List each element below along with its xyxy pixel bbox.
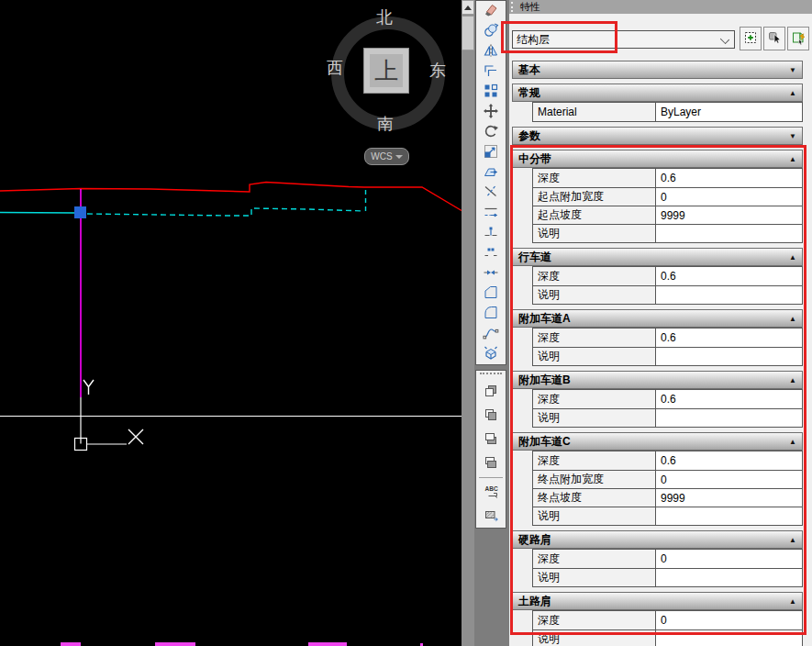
send-under-objects-button[interactable] <box>476 451 506 475</box>
property-value[interactable]: 0 <box>656 611 802 629</box>
section-header[interactable]: 参数▼ <box>512 127 803 145</box>
property-row: 终点坡度9999 <box>533 488 802 507</box>
object-type-combobox[interactable]: 结构层 <box>512 30 735 49</box>
collapse-arrow-icon[interactable]: ▲ <box>789 597 796 606</box>
explode-button[interactable] <box>476 344 506 364</box>
viewcube-top-face[interactable]: 上 <box>363 48 409 94</box>
palette-title: 特性 <box>520 0 540 14</box>
break-at-point-button[interactable] <box>476 223 506 243</box>
viewcube-west-label[interactable]: 西 <box>327 60 343 76</box>
property-label: 终点附加宽度 <box>533 471 656 488</box>
toggle-pickadd-button[interactable] <box>787 27 809 50</box>
bottom-magenta-marks[interactable] <box>61 642 423 646</box>
property-value[interactable]: 0.6 <box>656 169 802 187</box>
extend-button[interactable] <box>476 203 506 223</box>
mirror-button[interactable] <box>476 41 506 61</box>
property-label: 起点坡度 <box>533 206 656 224</box>
scale-button[interactable] <box>476 142 506 162</box>
scroll-up-button[interactable] <box>462 0 474 15</box>
viewcube-east-label[interactable]: 东 <box>429 62 446 79</box>
send-hatch-to-back-button[interactable] <box>476 504 506 528</box>
break-icon <box>483 244 499 263</box>
wcs-button[interactable]: WCS <box>364 148 409 165</box>
property-value[interactable]: ByLayer <box>656 103 802 121</box>
property-label: 说明 <box>533 507 656 525</box>
property-value[interactable]: 0 <box>656 188 802 206</box>
offset-button[interactable] <box>476 61 506 82</box>
scrollbar-thumb[interactable] <box>462 16 474 50</box>
select-objects-button[interactable] <box>763 27 785 50</box>
property-value[interactable]: 0 <box>656 471 802 488</box>
explode-icon <box>483 345 499 364</box>
send-under-objects-icon <box>484 455 498 473</box>
break-button[interactable] <box>476 243 506 263</box>
collapse-arrow-icon[interactable]: ▲ <box>789 438 796 446</box>
ground-line-cyan-dashed[interactable] <box>87 208 364 216</box>
viewcube-south-label[interactable]: 南 <box>377 116 394 132</box>
erase-button[interactable] <box>476 1 506 21</box>
toolbar-grip-handle[interactable] <box>480 373 502 379</box>
collapse-arrow-icon[interactable]: ▲ <box>789 536 796 544</box>
property-value[interactable] <box>656 507 802 525</box>
property-value[interactable] <box>656 630 802 646</box>
bring-to-front-button[interactable] <box>476 380 506 404</box>
palette-grip-handle[interactable] <box>511 2 516 12</box>
rotate-button[interactable] <box>476 122 506 142</box>
section-header[interactable]: 行车道▲ <box>512 248 803 266</box>
send-hatch-to-back-icon <box>484 507 498 525</box>
property-value[interactable]: 0.6 <box>656 390 802 408</box>
bring-above-objects-button[interactable] <box>476 428 506 451</box>
section-rows: MaterialByLayer <box>532 102 803 122</box>
stretch-button[interactable] <box>476 162 506 183</box>
section-header[interactable]: 常规▲ <box>512 84 803 102</box>
ground-line-cyan-solid[interactable] <box>0 213 75 214</box>
bring-text-to-front-button[interactable]: ABC <box>476 480 506 504</box>
property-value[interactable] <box>656 225 802 242</box>
property-value[interactable]: 0.6 <box>656 329 802 347</box>
section-header[interactable]: 基本▼ <box>512 61 803 79</box>
property-value[interactable]: 0 <box>656 550 802 568</box>
property-value[interactable] <box>656 569 802 586</box>
viewcube-north-label[interactable]: 北 <box>376 9 393 26</box>
section-header[interactable]: 附加车道C▲ <box>512 432 803 451</box>
quick-select-button[interactable] <box>740 27 762 50</box>
palette-titlebar[interactable]: 特性 <box>509 0 812 14</box>
join-button[interactable] <box>476 263 506 284</box>
move-button[interactable] <box>476 102 506 122</box>
property-value[interactable]: 9999 <box>656 206 802 224</box>
rotate-icon <box>483 123 499 142</box>
blend-curves-button[interactable] <box>476 324 506 344</box>
canvas-vertical-scrollbar[interactable] <box>462 0 474 646</box>
object-type-value: 结构层 <box>517 32 550 48</box>
section-header[interactable]: 硬路肩▲ <box>512 530 803 549</box>
collapse-arrow-icon[interactable]: ▲ <box>789 155 796 163</box>
section-title: 中分带 <box>518 151 551 167</box>
toolbar-strip: ABC <box>474 0 509 646</box>
collapse-arrow-icon[interactable]: ▲ <box>789 253 796 262</box>
chamfer-button[interactable] <box>476 284 506 304</box>
collapse-arrow-icon[interactable]: ▲ <box>789 376 796 384</box>
property-value[interactable]: 9999 <box>656 489 802 507</box>
property-value[interactable] <box>656 409 802 427</box>
property-value[interactable]: 0.6 <box>656 451 802 470</box>
property-value[interactable]: 0.6 <box>656 267 802 285</box>
selection-grip[interactable] <box>74 206 86 218</box>
expand-arrow-icon[interactable]: ▼ <box>789 66 796 74</box>
section-header[interactable]: 附加车道A▲ <box>512 309 803 328</box>
section-header[interactable]: 中分带▲ <box>512 150 803 168</box>
send-to-back-button[interactable] <box>476 404 506 428</box>
trim-button[interactable] <box>476 183 506 203</box>
array-button[interactable] <box>476 82 506 102</box>
collapse-arrow-icon[interactable]: ▲ <box>789 89 796 97</box>
copy-button[interactable] <box>476 21 506 41</box>
expand-arrow-icon[interactable]: ▼ <box>789 132 796 140</box>
property-value[interactable] <box>656 286 802 304</box>
fillet-button[interactable] <box>476 304 506 324</box>
property-value[interactable] <box>656 348 802 365</box>
bring-above-objects-icon <box>484 431 498 449</box>
drawing-canvas[interactable]: 北 西 东 南 上 WCS <box>0 0 462 646</box>
collapse-arrow-icon[interactable]: ▲ <box>789 315 796 323</box>
section-header[interactable]: 土路肩▲ <box>512 592 803 610</box>
section-header[interactable]: 附加车道B▲ <box>512 371 803 389</box>
road-profile-red-polyline[interactable] <box>0 183 462 211</box>
